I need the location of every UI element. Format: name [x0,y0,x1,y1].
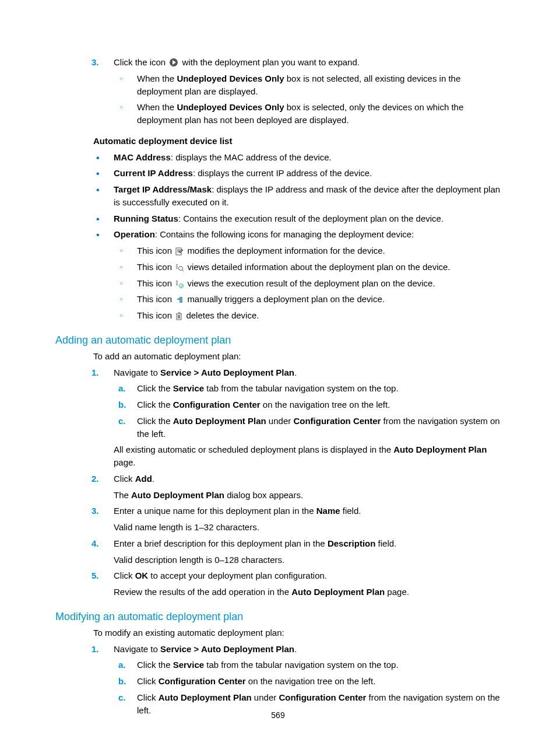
text: All existing automatic or scheduled depl… [114,444,393,454]
text: Navigate to [114,644,160,654]
step-3: 3. Click the icon with the deployment pl… [114,56,501,127]
trigger-icon [175,296,184,304]
text: : displays the MAC address of the device… [171,152,332,162]
text: This icon [137,278,174,288]
bold-text: Service [173,660,204,670]
bold-text: Name [316,506,340,516]
sub-step-b: b. Click the Configuration Center on the… [114,398,501,411]
svg-rect-6 [180,297,182,303]
bold-text: Auto Deployment Plan [131,490,224,500]
list-item: Target IP Address/Mask: displays the IP … [114,183,501,209]
text: . [152,474,154,484]
text: : Contains the following icons for manag… [155,229,414,239]
mod-step-1: 1. Navigate to Service > Auto Deployment… [114,643,501,717]
auto-device-list: MAC Address: displays the MAC address of… [55,151,501,322]
text: modifies the deployment information for … [187,246,385,256]
step-list: 3. Click the icon with the deployment pl… [55,56,501,127]
op-icon-item: This icon deletes the device. [114,309,501,322]
text: to accept your deployment plan configura… [148,570,327,580]
add-step-2: 2. Click Add. The Auto Deployment Plan d… [114,473,501,502]
view-detail-icon [175,264,184,272]
text: The [114,490,131,500]
result-text: The Auto Deployment Plan dialog box appe… [114,489,501,502]
modify-steps: 1. Navigate to Service > Auto Deployment… [55,643,501,717]
alpha-marker: c. [118,415,126,428]
result-text: All existing automatic or scheduled depl… [114,443,501,469]
list-item: MAC Address: displays the MAC address of… [114,151,501,164]
sub-item: When the Undeployed Devices Only box is … [114,101,501,127]
page: 3. Click the icon with the deployment pl… [0,0,556,756]
result-text: Review the results of the add operation … [114,586,501,598]
text: deletes the device. [186,310,259,320]
op-icon-item: This icon manually triggers a deployment… [114,293,501,306]
bold-text: Undeployed Devices Only [177,74,284,83]
alpha-marker: b. [118,675,126,688]
text: field. [340,506,361,516]
bold-text: Target IP Address/Mask [114,184,212,194]
text: Click the [137,660,173,670]
text: : Contains the execution result of the d… [178,214,444,223]
text: manually triggers a deployment plan on t… [187,294,385,304]
op-icon-item: This icon views detailed information abo… [114,261,501,274]
text: Navigate to [114,368,160,377]
bold-text: Auto Deployment Plan [393,444,487,454]
text: views the execution result of the deploy… [187,278,435,288]
text: on the navigation tree on the left. [246,676,376,686]
bold-text: Configuration Center [293,416,381,426]
step-number: 5. [92,569,99,582]
expand-icon [169,58,178,67]
section-heading-modify: Modifying an automatic deployment plan [55,609,501,624]
text: Click the [137,400,173,410]
text: When the [137,102,177,112]
text: on the navigation tree on the left. [261,400,390,410]
text: page. [385,587,409,597]
text: Enter a brief description for this deplo… [114,538,328,548]
bold-text: OK [135,570,149,580]
text: This icon [137,262,174,272]
edit-icon [175,247,184,256]
bold-text: Configuration Center [173,400,261,410]
bold-text: Add [135,474,152,484]
text: Click [137,692,159,702]
text: Review the results of the add operation … [114,587,291,597]
text: When the [137,74,177,83]
bold-text: Configuration Center [159,676,246,686]
text: Click [114,570,135,580]
bold-text: Undeployed Devices Only [177,102,284,112]
text: tab from the tabular navigation system o… [204,383,399,393]
bold-text: Configuration Center [279,692,366,702]
text: Enter a unique name for this deployment … [114,506,316,516]
intro-text: To add an automatic deployment plan: [55,350,501,363]
alpha-marker: c. [118,691,126,704]
text: field. [375,538,396,548]
op-icon-item: This icon modifies the deployment inform… [114,244,501,257]
alpha-marker: a. [118,382,126,395]
text: with the deployment plan you want to exp… [182,57,360,67]
subheading: Automatic deployment device list [55,135,501,148]
text: dialog box appears. [224,490,303,500]
step-number: 3. [92,56,99,69]
result-text: Valid description length is 0–128 charac… [114,554,501,566]
sub-step-c: c. Click the Auto Deployment Plan under … [114,415,501,440]
step-number: 4. [92,537,99,550]
add-step-4: 4. Enter a brief description for this de… [114,537,501,566]
bold-text: Auto Deployment Plan [159,692,252,702]
text: Click [137,676,159,686]
bold-text: Service > Auto Deployment Plan [160,644,294,654]
text: tab from the tabular navigation system o… [204,660,399,670]
list-item: Running Status: Contains the execution r… [114,212,501,225]
list-item: Operation: Contains the following icons … [114,228,501,322]
bold-text: Service > Auto Deployment Plan [160,368,294,377]
alpha-marker: b. [118,398,126,411]
svg-point-5 [180,284,184,288]
bold-text: Operation [114,229,155,239]
svg-line-4 [182,270,184,271]
add-step-5: 5. Click OK to accept your deployment pl… [114,569,501,598]
text: : displays the current IP address of the… [193,168,372,178]
intro-text: To modify an existing automatic deployme… [55,626,501,639]
page-number: 569 [0,709,556,721]
result-text: Valid name length is 1–32 characters. [114,521,501,534]
text: . [294,368,297,377]
list-item: Current IP Address: displays the current… [114,167,501,180]
sub-step-a: a. Click the Service tab from the tabula… [114,659,501,671]
